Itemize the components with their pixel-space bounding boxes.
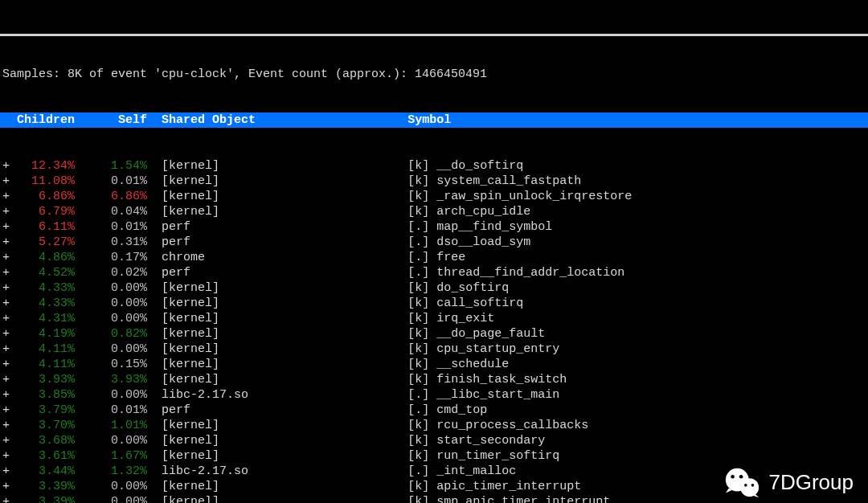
children-pct: 6.11% (10, 220, 75, 234)
perf-row[interactable]: + 4.19% 0.82% [kernel] [k] __do_page_fau… (0, 326, 868, 341)
perf-row[interactable]: + 11.08% 0.01% [kernel] [k] system_call_… (0, 174, 868, 189)
children-pct: 3.68% (10, 434, 75, 448)
expand-toggle[interactable]: + (2, 464, 10, 478)
perf-row[interactable]: + 4.33% 0.00% [kernel] [k] do_softirq (0, 280, 868, 296)
symbol-name: start_secondary (436, 434, 545, 448)
symbol-name: __do_softirq (436, 159, 523, 173)
perf-row[interactable]: + 4.31% 0.00% [kernel] [k] irq_exit (0, 311, 868, 326)
expand-toggle[interactable]: + (2, 419, 10, 432)
expand-toggle[interactable]: + (2, 281, 10, 295)
perf-row[interactable]: + 3.68% 0.00% [kernel] [k] start_seconda… (0, 433, 868, 448)
shared-object: [kernel] (162, 419, 407, 432)
symbol-name: call_softirq (436, 296, 523, 310)
symbol-tag: [k] (407, 159, 429, 173)
expand-toggle[interactable]: + (2, 220, 10, 234)
perf-row[interactable]: + 3.44% 1.32% libc-2.17.so [.] _int_mall… (0, 464, 868, 479)
perf-row[interactable]: + 6.86% 6.86% [kernel] [k] _raw_spin_unl… (0, 189, 868, 204)
shared-object: [kernel] (162, 342, 407, 356)
shared-object: [kernel] (162, 312, 407, 325)
symbol-name: irq_exit (436, 312, 494, 325)
children-pct: 6.79% (10, 205, 75, 219)
expand-toggle[interactable]: + (2, 373, 10, 386)
symbol-name: cpu_startup_entry (436, 342, 559, 356)
expand-toggle[interactable]: + (2, 159, 10, 173)
expand-toggle[interactable]: + (2, 190, 10, 203)
symbol-name: __libc_start_main (436, 388, 559, 402)
symbol-name: thread__find_addr_location (436, 266, 624, 280)
perf-row[interactable]: + 6.79% 0.04% [kernel] [k] arch_cpu_idle (0, 204, 868, 219)
expand-toggle[interactable]: + (2, 296, 10, 310)
self-pct: 1.32% (75, 464, 147, 478)
symbol-tag: [k] (407, 296, 429, 310)
self-pct: 1.54% (75, 159, 147, 173)
perf-row[interactable]: + 3.70% 1.01% [kernel] [k] rcu_process_c… (0, 418, 868, 433)
symbol-tag: [k] (407, 190, 429, 203)
self-pct: 0.01% (75, 174, 147, 188)
children-pct: 4.11% (10, 342, 75, 356)
shared-object: [kernel] (162, 434, 407, 448)
symbol-tag: [.] (407, 251, 429, 264)
expand-toggle[interactable]: + (2, 403, 10, 417)
perf-row[interactable]: + 4.11% 0.00% [kernel] [k] cpu_startup_e… (0, 341, 868, 357)
expand-toggle[interactable]: + (2, 358, 10, 371)
perf-row[interactable]: + 4.11% 0.15% [kernel] [k] __schedule (0, 357, 868, 372)
expand-toggle[interactable]: + (2, 388, 10, 402)
symbol-tag: [.] (407, 235, 429, 249)
self-pct: 1.01% (75, 419, 147, 432)
children-pct: 4.11% (10, 358, 75, 371)
perf-row[interactable]: + 3.79% 0.01% perf [.] cmd_top (0, 403, 868, 418)
expand-toggle[interactable]: + (2, 235, 10, 249)
expand-toggle[interactable]: + (2, 312, 10, 325)
self-pct: 0.00% (75, 296, 147, 310)
expand-toggle[interactable]: + (2, 480, 10, 493)
symbol-name: smp_apic_timer_interrupt (436, 495, 610, 503)
self-pct: 6.86% (75, 190, 147, 203)
symbol-tag: [k] (407, 373, 429, 386)
self-pct: 0.00% (75, 312, 147, 325)
symbol-name: __do_page_fault (436, 327, 545, 341)
symbol-tag: [.] (407, 388, 429, 402)
symbol-tag: [k] (407, 174, 429, 188)
perf-row[interactable]: + 4.86% 0.17% chrome [.] free (0, 250, 868, 265)
perf-row[interactable]: + 3.39% 0.00% [kernel] [k] apic_timer_in… (0, 479, 868, 494)
shared-object: perf (162, 266, 407, 280)
perf-rows[interactable]: + 12.34% 1.54% [kernel] [k] __do_softirq… (0, 158, 868, 503)
window-titlebar (0, 34, 868, 36)
perf-row[interactable]: + 6.11% 0.01% perf [.] map__find_symbol (0, 219, 868, 235)
expand-toggle[interactable]: + (2, 327, 10, 341)
shared-object: [kernel] (162, 296, 407, 310)
children-pct: 4.33% (10, 281, 75, 295)
children-pct: 3.79% (10, 403, 75, 417)
children-pct: 11.08% (10, 174, 75, 188)
perf-top-terminal[interactable]: Samples: 8K of event 'cpu-clock', Event … (0, 0, 868, 503)
expand-toggle[interactable]: + (2, 205, 10, 219)
perf-row[interactable]: + 3.93% 3.93% [kernel] [k] finish_task_s… (0, 372, 868, 387)
perf-row[interactable]: + 5.27% 0.31% perf [.] dso__load_sym (0, 235, 868, 250)
perf-row[interactable]: + 4.33% 0.00% [kernel] [k] call_softirq (0, 296, 868, 311)
perf-row[interactable]: + 4.52% 0.02% perf [.] thread__find_addr… (0, 265, 868, 280)
shared-object: [kernel] (162, 281, 407, 295)
expand-toggle[interactable]: + (2, 434, 10, 448)
expand-toggle[interactable]: + (2, 449, 10, 463)
expand-toggle[interactable]: + (2, 342, 10, 356)
perf-row[interactable]: + 3.85% 0.00% libc-2.17.so [.] __libc_st… (0, 387, 868, 403)
expand-toggle[interactable]: + (2, 174, 10, 188)
symbol-name: finish_task_switch (436, 373, 567, 386)
expand-toggle[interactable]: + (2, 495, 10, 503)
symbol-tag: [k] (407, 449, 429, 463)
symbol-tag: [k] (407, 205, 429, 219)
perf-row[interactable]: + 12.34% 1.54% [kernel] [k] __do_softirq (0, 158, 868, 174)
children-pct: 12.34% (10, 159, 75, 173)
perf-row[interactable]: + 3.61% 1.67% [kernel] [k] run_timer_sof… (0, 448, 868, 464)
expand-toggle[interactable]: + (2, 266, 10, 280)
header-shared-object: Shared Object (162, 113, 256, 127)
symbol-name: apic_timer_interrupt (436, 480, 581, 493)
header-self: Self (118, 113, 147, 127)
children-pct: 3.39% (10, 495, 75, 503)
expand-toggle[interactable]: + (2, 251, 10, 264)
symbol-tag: [k] (407, 312, 429, 325)
self-pct: 0.00% (75, 480, 147, 493)
perf-row[interactable]: + 3.39% 0.00% [kernel] [k] smp_apic_time… (0, 494, 868, 503)
symbol-name: _int_malloc (436, 464, 516, 478)
symbol-name: system_call_fastpath (436, 174, 581, 188)
